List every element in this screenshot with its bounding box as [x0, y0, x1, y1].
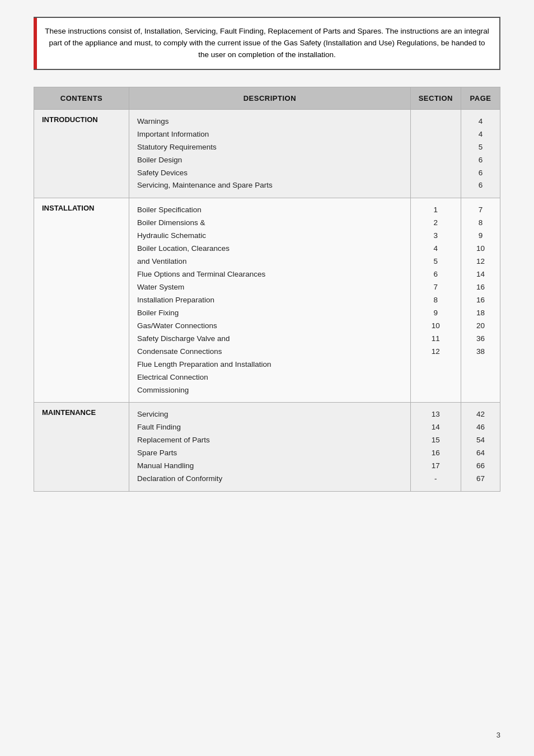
category-cell: INTRODUCTION — [34, 109, 129, 198]
category-cell: INSTALLATION — [34, 198, 129, 403]
warning-box: These instructions consist of, Installat… — [34, 17, 500, 70]
section-cell — [410, 109, 461, 198]
page-number: 3 — [496, 731, 500, 739]
description-cell: ServicingFault FindingReplacement of Par… — [129, 403, 411, 492]
category-cell: MAINTENANCE — [34, 403, 129, 492]
contents-table: CONTENTS DESCRIPTION SECTION PAGE INTROD… — [34, 87, 500, 492]
page-cell: 445666 — [461, 109, 500, 198]
section-cell: 123456789101112 — [410, 198, 461, 403]
table-row: INTRODUCTIONWarningsImportant Informatio… — [34, 109, 500, 198]
header-description: DESCRIPTION — [129, 87, 411, 109]
warning-text: These instructions consist of, Installat… — [45, 27, 489, 59]
page-cell: 424654646667 — [461, 403, 500, 492]
header-contents: CONTENTS — [34, 87, 129, 109]
table-row: MAINTENANCEServicingFault FindingReplace… — [34, 403, 500, 492]
header-section: SECTION — [410, 87, 461, 109]
table-row: INSTALLATIONBoiler SpecificationBoiler D… — [34, 198, 500, 403]
header-page: PAGE — [461, 87, 500, 109]
description-cell: WarningsImportant InformationStatutory R… — [129, 109, 411, 198]
section-cell: 1314151617- — [410, 403, 461, 492]
page-cell: 789101214161618203638 — [461, 198, 500, 403]
description-cell: Boiler SpecificationBoiler Dimensions &H… — [129, 198, 411, 403]
